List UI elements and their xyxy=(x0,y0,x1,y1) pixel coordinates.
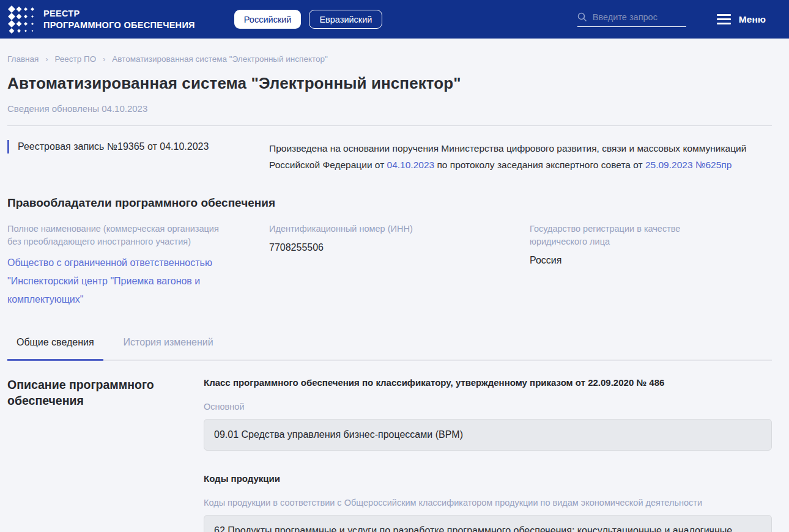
codes-classifier-label: Коды продукции в соответствии с Общеросс… xyxy=(204,498,772,508)
breadcrumb-registry-link[interactable]: Реестр ПО xyxy=(54,54,96,64)
menu-button[interactable]: Меню xyxy=(717,14,766,25)
main-content: Главная › Реестр ПО › Автоматизированная… xyxy=(0,54,789,532)
holder-name-label: Полное наименование (коммерческая органи… xyxy=(7,223,269,248)
class-block-heading: Класс программного обеспечения по класси… xyxy=(204,377,772,389)
menu-label: Меню xyxy=(739,14,766,25)
holder-country-cell: Государство регистрации в качестве юриди… xyxy=(530,223,772,309)
registry-toggle-group: Российский Евразийский xyxy=(234,10,383,29)
breadcrumb-current: Автоматизированная система "Электронный … xyxy=(112,54,328,64)
holder-inn-value: 7708255506 xyxy=(269,242,530,253)
record-order-date-link[interactable]: 04.10.2023 xyxy=(387,160,435,170)
tab-bar: Общие сведения История изменений xyxy=(7,337,772,361)
rights-holders-heading: Правообладатели программного обеспечения xyxy=(7,196,772,210)
breadcrumb: Главная › Реестр ПО › Автоматизированная… xyxy=(7,54,772,64)
holder-inn-label: Идентификационный номер (ИНН) xyxy=(269,223,530,235)
breadcrumb-home-link[interactable]: Главная xyxy=(7,54,39,64)
holder-country-value: Россия xyxy=(530,255,772,266)
registry-record: Реестровая запись №19365 от 04.10.2023 П… xyxy=(7,140,772,173)
description-section: Описание программного обеспечения Класс … xyxy=(7,377,772,532)
tab-change-history[interactable]: История изменений xyxy=(114,337,223,361)
rights-holders-grid: Полное наименование (коммерческая органи… xyxy=(7,223,772,309)
page-title: Автоматизированная система "Электронный … xyxy=(7,74,772,93)
codes-value-box: 62 Продукты программные и услуги по разр… xyxy=(204,515,772,532)
search-icon xyxy=(577,12,587,22)
registry-logo-icon xyxy=(7,5,36,34)
brand-title: РЕЕСТР ПРОГРАММНОГО ОБЕСПЕЧЕНИЯ xyxy=(43,8,195,31)
breadcrumb-separator: › xyxy=(103,55,105,64)
tab-general-info[interactable]: Общие сведения xyxy=(7,337,103,361)
holder-org-link[interactable]: Общество с ограниченной ответственностью… xyxy=(7,254,269,309)
description-heading: Описание программного обеспечения xyxy=(7,377,204,408)
record-number: Реестровая запись №19365 от 04.10.2023 xyxy=(7,140,269,153)
record-basis-part2: по протоколу заседания экспертного совет… xyxy=(434,160,645,170)
record-protocol-link[interactable]: 25.09.2023 №625пр xyxy=(645,160,732,170)
breadcrumb-separator: › xyxy=(45,55,48,64)
description-left-column: Описание программного обеспечения xyxy=(7,377,204,532)
holder-country-label: Государство регистрации в качестве юриди… xyxy=(530,223,772,248)
class-value-box: 09.01 Средства управления бизнес-процесс… xyxy=(204,419,772,451)
holder-name-cell: Полное наименование (коммерческая органи… xyxy=(7,223,269,309)
search-input[interactable] xyxy=(593,12,686,22)
app-header: РЕЕСТР ПРОГРАММНОГО ОБЕСПЕЧЕНИЯ Российск… xyxy=(0,0,789,39)
updated-date-text: Сведения обновлены 04.10.2023 xyxy=(7,103,772,114)
holder-inn-cell: Идентификационный номер (ИНН) 7708255506 xyxy=(269,223,530,309)
hamburger-icon xyxy=(717,14,731,24)
divider xyxy=(7,125,772,126)
codes-block-heading: Коды продукции xyxy=(204,473,772,485)
class-primary-label: Основной xyxy=(204,402,772,412)
toggle-eurasian-button[interactable]: Евразийский xyxy=(309,10,382,29)
description-right-column: Класс программного обеспечения по класси… xyxy=(204,377,772,532)
header-search xyxy=(577,12,686,27)
record-basis-text: Произведена на основании поручения Минис… xyxy=(269,140,772,173)
toggle-russian-button[interactable]: Российский xyxy=(234,10,302,29)
